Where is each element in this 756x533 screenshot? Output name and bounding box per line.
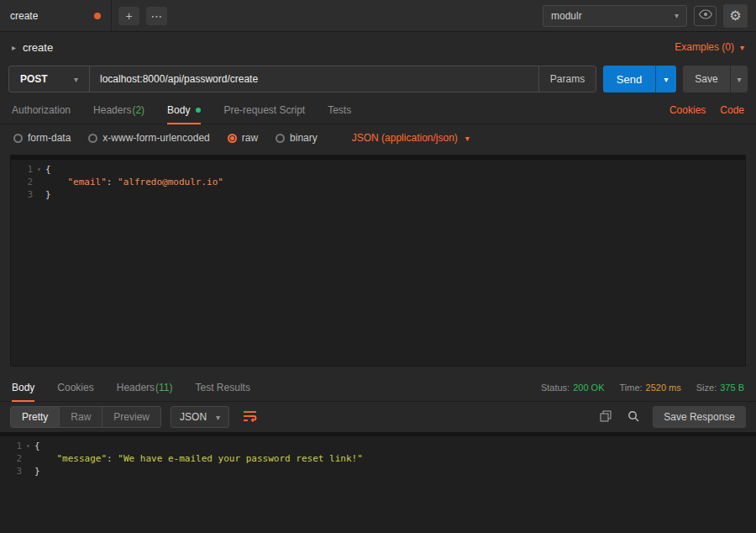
more-tabs-button[interactable]: ⋯	[146, 7, 167, 25]
fold-icon[interactable]: ▾	[22, 440, 34, 452]
size-label: Size:	[696, 383, 717, 393]
json-key: "email"	[68, 177, 107, 187]
examples-label: Examples (0)	[675, 41, 734, 53]
tab-tests[interactable]: Tests	[328, 96, 351, 124]
tab-label: Body	[12, 382, 34, 393]
send-button[interactable]: Send	[603, 66, 655, 92]
code-line[interactable]: 2 "email": "alfredo@modulr.io"	[11, 176, 745, 188]
view-mode-label: Preview	[113, 411, 150, 423]
body-mode-label: form-data	[28, 132, 71, 144]
tab-headers[interactable]: Headers (2)	[93, 96, 144, 124]
request-tabs-right: Cookies Code	[669, 104, 744, 116]
brace: {	[34, 441, 40, 451]
fold-icon[interactable]: ▾	[33, 163, 45, 176]
headers-count: (11)	[155, 382, 172, 393]
search-button[interactable]	[625, 409, 642, 425]
environment-select[interactable]: modulr ▾	[543, 5, 687, 27]
tab-pre-request-script[interactable]: Pre-request Script	[223, 96, 305, 124]
tab-body[interactable]: Body	[167, 96, 201, 124]
view-mode-label: Pretty	[22, 411, 48, 423]
fold-spacer	[22, 452, 34, 465]
code-line[interactable]: 2 "message": "We have e-mailed your pass…	[0, 452, 756, 465]
line-number: 2	[11, 176, 33, 188]
save-options-button[interactable]: ▾	[730, 66, 748, 92]
unsaved-dot-icon	[94, 13, 101, 19]
tab-label: Tests	[328, 104, 351, 116]
line-number: 1	[0, 440, 22, 452]
chevron-down-icon: ▾	[740, 43, 744, 52]
response-body-viewer[interactable]: 1 ▾ { 2 "message": "We have e-mailed you…	[0, 432, 756, 533]
copy-icon	[600, 410, 612, 425]
response-tab-body[interactable]: Body	[12, 373, 34, 401]
response-tab-cookies[interactable]: Cookies	[57, 373, 93, 401]
tab-label: Pre-request Script	[223, 104, 305, 116]
body-mode-form-data[interactable]: form-data	[13, 132, 71, 144]
view-mode-preview[interactable]: Preview	[102, 407, 160, 427]
response-tab-headers[interactable]: Headers (11)	[117, 373, 173, 401]
status-label: Status:	[541, 383, 570, 393]
search-icon	[627, 410, 639, 425]
params-button[interactable]: Params	[538, 66, 596, 92]
colon: :	[107, 453, 118, 464]
topbar: create + ⋯ modulr ▾ ⚙	[0, 0, 756, 32]
save-response-button[interactable]: Save Response	[653, 406, 746, 428]
send-options-button[interactable]: ▾	[655, 66, 676, 92]
params-label: Params	[550, 73, 585, 85]
radio-icon	[276, 134, 285, 143]
chevron-down-icon: ▾	[664, 75, 668, 84]
settings-button[interactable]: ⚙	[723, 4, 748, 28]
view-mode-pretty[interactable]: Pretty	[11, 407, 60, 427]
size-value: 375 B	[720, 383, 744, 393]
more-icon: ⋯	[151, 9, 163, 23]
body-mode-urlencoded[interactable]: x-www-form-urlencoded	[88, 132, 209, 144]
fold-spacer	[33, 176, 45, 188]
body-mode-label: x-www-form-urlencoded	[102, 132, 209, 144]
code-link[interactable]: Code	[720, 104, 744, 116]
copy-button[interactable]	[597, 409, 614, 425]
save-button-group: Save ▾	[683, 66, 748, 92]
request-body-editor[interactable]: 1 ▾ { 2 "email": "alfredo@modulr.io" 3 }	[10, 155, 746, 367]
line-number: 2	[0, 452, 22, 465]
environment-label: modulr	[551, 10, 582, 22]
chevron-right-icon[interactable]: ▸	[12, 43, 16, 52]
new-tab-button[interactable]: +	[118, 7, 139, 25]
code-text: {	[45, 163, 51, 176]
request-tabs: Authorization Headers (2) Body Pre-reque…	[0, 96, 756, 124]
body-mode-label: raw	[242, 132, 258, 144]
code-line[interactable]: 3 }	[0, 465, 756, 478]
json-value: "We have e-mailed your password reset li…	[118, 453, 362, 464]
body-mode-binary[interactable]: binary	[276, 132, 318, 144]
code-text: "email": "alfredo@modulr.io"	[45, 176, 223, 188]
cookies-link[interactable]: Cookies	[669, 104, 706, 116]
url-input[interactable]	[90, 66, 538, 92]
body-active-dot-icon	[196, 108, 201, 113]
line-number: 3	[11, 188, 33, 201]
content-type-label: JSON (application/json)	[352, 132, 458, 144]
save-button[interactable]: Save	[683, 66, 730, 92]
chevron-down-icon: ▾	[675, 11, 679, 20]
response-format-select[interactable]: JSON ▾	[171, 406, 229, 428]
fold-spacer	[22, 465, 34, 478]
response-tab-test-results[interactable]: Test Results	[196, 373, 250, 401]
chevron-down-icon: ▾	[216, 413, 220, 422]
view-mode-raw[interactable]: Raw	[60, 407, 102, 427]
radio-icon	[88, 134, 97, 143]
tab-label: Headers	[117, 382, 155, 393]
response-toolbar-right: Save Response	[597, 406, 746, 428]
tab-label: Test Results	[196, 382, 250, 393]
content-type-select[interactable]: JSON (application/json) ▾	[352, 132, 470, 144]
request-tab[interactable]: create	[0, 0, 112, 31]
body-mode-raw[interactable]: raw	[228, 132, 258, 144]
send-label: Send	[617, 73, 642, 86]
wrap-text-button[interactable]	[239, 406, 260, 428]
save-label: Save	[695, 73, 717, 85]
tab-authorization[interactable]: Authorization	[12, 96, 71, 124]
code-line[interactable]: 3 }	[11, 188, 745, 201]
code-line[interactable]: 1 ▾ {	[11, 163, 745, 176]
environment-preview-button[interactable]	[694, 6, 717, 26]
code-line[interactable]: 1 ▾ {	[0, 440, 756, 452]
examples-dropdown[interactable]: Examples (0) ▾	[675, 41, 744, 53]
request-title-row: ▸ create Examples (0) ▾	[0, 32, 756, 62]
response-meta: Status: 200 OK Time: 2520 ms Size: 375 B	[541, 383, 744, 393]
method-select[interactable]: POST ▾	[9, 66, 90, 92]
